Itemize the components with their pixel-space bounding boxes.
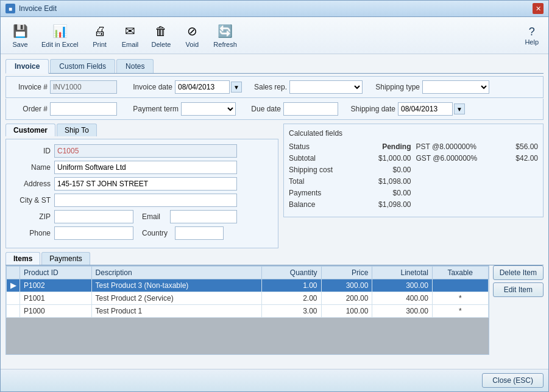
window-title: Invoice Edit (19, 4, 57, 13)
customer-id-input[interactable] (54, 144, 237, 158)
window-close-button[interactable]: ✕ (533, 3, 544, 14)
col-product-id: Product ID (20, 267, 92, 279)
arrow-cell (7, 305, 20, 318)
customer-country-input[interactable] (175, 226, 224, 240)
order-num-row: Order # (11, 102, 117, 116)
middle-section: Customer Ship To ID Name Addr (5, 124, 544, 248)
title-bar-left: ■ Invoice Edit (5, 4, 57, 13)
customer-phone-country-row: Phone Country (11, 226, 273, 240)
items-tabs: Items Payments (5, 252, 544, 265)
tab-payments[interactable]: Payments (41, 252, 90, 265)
tab-items[interactable]: Items (5, 252, 40, 265)
shipping-date-wrap: ▼ (398, 102, 465, 116)
main-tabs: Invoice Custom Fields Notes (5, 59, 544, 74)
calc-shipping-label: Shipping cost (289, 166, 350, 174)
items-empty-area (6, 318, 489, 354)
tab-ship-to[interactable]: Ship To (57, 124, 97, 136)
shipping-type-row: Shipping type (372, 80, 489, 94)
customer-email-input[interactable] (170, 210, 237, 223)
product-id-cell: P1000 (20, 305, 92, 318)
calc-subtotal-value: $1,000.00 (363, 154, 411, 163)
shipping-date-row: Shipping date ▼ (348, 102, 465, 116)
customer-tabs: Customer Ship To (5, 124, 278, 136)
items-section: Items Payments Product ID Description Qu… (5, 252, 544, 355)
invoice-date-picker[interactable]: ▼ (231, 82, 242, 93)
calc-payments-value: $0.00 (363, 189, 411, 197)
customer-id-row: ID (11, 144, 273, 158)
linetotal-cell: 300.00 (372, 305, 432, 318)
description-cell: Test Product 2 (Service) (91, 292, 262, 305)
calc-shipping-value: $0.00 (363, 166, 411, 174)
description-cell: Test Product 1 (91, 305, 262, 318)
calc-total-value: $1,098.00 (363, 177, 411, 186)
order-num-label: Order # (11, 105, 48, 113)
calc-content: Status Pending Subtotal $1,000.00 Shippi… (289, 142, 538, 212)
calc-shipping-row: Shipping cost $0.00 (289, 166, 411, 174)
tab-notes[interactable]: Notes (116, 59, 154, 73)
calc-gst-value: $42.00 (489, 154, 538, 163)
invoice-date-input[interactable] (175, 80, 230, 94)
description-cell: Test Product 3 (Non-taxable) (91, 279, 262, 292)
taxable-cell: * (432, 305, 488, 318)
customer-name-label: Name (11, 163, 51, 172)
void-button[interactable]: ⊘ Void (177, 19, 207, 51)
save-button[interactable]: 💾 Save (5, 19, 35, 51)
invoice-num-input[interactable] (50, 80, 117, 94)
edit-excel-button[interactable]: 📊 Edit in Excel (36, 19, 84, 51)
calc-total-row: Total $1,098.00 (289, 177, 411, 186)
app-icon: ■ (5, 4, 15, 13)
customer-city-input[interactable] (54, 194, 237, 207)
calc-pst-value: $56.00 (489, 142, 538, 151)
price-cell: 300.00 (321, 279, 372, 292)
edit-item-button[interactable]: Edit Item (493, 282, 544, 297)
order-num-input[interactable] (50, 102, 117, 116)
void-label: Void (186, 41, 199, 48)
edit-excel-label: Edit in Excel (41, 41, 79, 48)
arrow-cell (7, 292, 20, 305)
table-row[interactable]: P1001 Test Product 2 (Service) 2.00 200.… (7, 292, 489, 305)
toolbar: 💾 Save 📊 Edit in Excel 🖨 Print ✉ Email 🗑… (1, 17, 548, 54)
calc-gst-row: GST @6.000000% $42.00 (416, 154, 539, 163)
customer-city-row: City & ST (11, 194, 273, 207)
shipping-type-select[interactable] (422, 80, 489, 94)
email-button[interactable]: ✉ Email (116, 19, 145, 51)
customer-name-input[interactable] (54, 161, 237, 174)
invoice-num-label: Invoice # (11, 83, 48, 91)
delete-button[interactable]: 🗑 Delete (146, 19, 177, 51)
shipping-date-picker[interactable]: ▼ (454, 103, 465, 114)
table-header-row: Product ID Description Quantity Price Li… (7, 267, 489, 279)
items-buttons: Delete Item Edit Item (493, 265, 544, 355)
due-date-input[interactable] (283, 102, 338, 116)
void-icon: ⊘ (183, 23, 200, 40)
email-icon: ✉ (122, 23, 139, 40)
calc-gst-label: GST @6.000000% (416, 154, 478, 163)
calc-status-label: Status (289, 142, 350, 151)
sales-rep-select[interactable] (289, 80, 363, 94)
tab-customer[interactable]: Customer (5, 124, 55, 136)
col-quantity: Quantity (262, 267, 321, 279)
delete-item-button[interactable]: Delete Item (493, 265, 544, 280)
table-row[interactable]: ▶ P1002 Test Product 3 (Non-taxable) 1.0… (7, 279, 489, 292)
customer-phone-label: Phone (11, 229, 51, 237)
customer-zip-label: ZIP (11, 212, 51, 221)
shipping-date-input[interactable] (398, 102, 453, 116)
calc-payments-row: Payments $0.00 (289, 189, 411, 197)
calc-left: Status Pending Subtotal $1,000.00 Shippi… (289, 142, 411, 212)
customer-zip-input[interactable] (54, 210, 133, 223)
table-row[interactable]: P1000 Test Product 1 3.00 100.00 300.00 … (7, 305, 489, 318)
tab-custom-fields[interactable]: Custom Fields (50, 59, 115, 73)
customer-phone-input[interactable] (54, 226, 133, 240)
refresh-button[interactable]: 🔄 Refresh (208, 19, 243, 51)
save-icon: 💾 (12, 23, 29, 40)
close-button[interactable]: Close (ESC) (482, 373, 544, 388)
calc-subtotal-row: Subtotal $1,000.00 (289, 154, 411, 163)
print-button[interactable]: 🖨 Print (85, 19, 115, 51)
calc-pst-row: PST @8.000000% $56.00 (416, 142, 539, 151)
tab-invoice[interactable]: Invoice (5, 59, 49, 74)
payment-term-select[interactable] (181, 102, 236, 116)
calc-balance-label: Balance (289, 200, 350, 209)
customer-address-input[interactable] (54, 177, 237, 191)
sales-rep-label: Sales rep. (252, 83, 287, 91)
help-button[interactable]: ? Help (520, 23, 544, 48)
calc-right: PST @8.000000% $56.00 GST @6.000000% $42… (416, 142, 539, 212)
